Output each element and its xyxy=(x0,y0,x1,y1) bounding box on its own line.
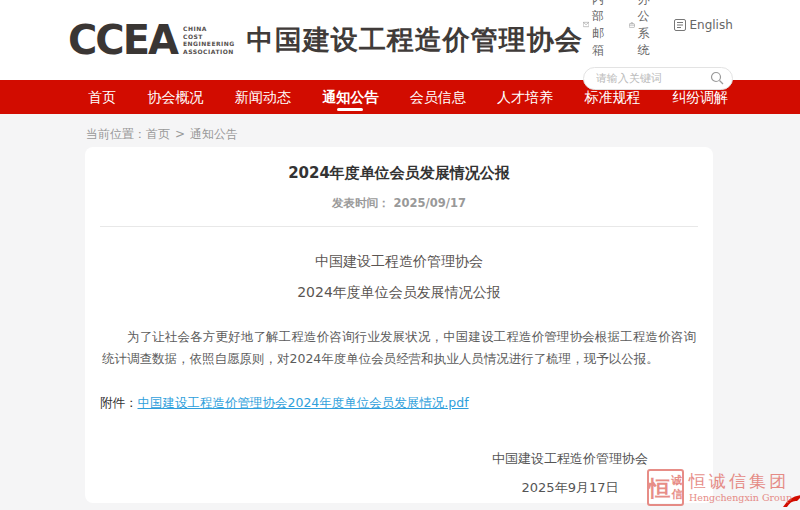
main-nav: 首页 协会概况 新闻动态 通知公告 会员信息 人才培养 标准规程 纠纷调解 xyxy=(0,80,800,114)
article-body-org: 中国建设工程造价管理协会 xyxy=(100,253,698,271)
attachment-label: 附件： xyxy=(100,395,138,410)
logo-sub-line: ASSOCIATION xyxy=(183,48,235,56)
divider xyxy=(100,226,698,227)
publish-date: 发表时间： 2025/09/17 xyxy=(100,196,698,211)
watermark-name: 恒诚信集团 xyxy=(689,472,792,491)
link-office-system[interactable]: 办公系统 xyxy=(629,0,659,59)
site-header: CCEA CHINA COST ENGINEERING ASSOCIATION … xyxy=(0,0,800,80)
logo-acronym: CCEA xyxy=(68,20,177,60)
logo-sub-line: ENGINEERING xyxy=(183,40,235,48)
attachment-row: 附件：中国建设工程造价管理协会2024年度单位会员发展情况.pdf xyxy=(100,395,698,412)
logo-subtext: CHINA COST ENGINEERING ASSOCIATION xyxy=(183,25,235,55)
logo-sub-line: CHINA xyxy=(183,25,235,33)
site-logo[interactable]: CCEA CHINA COST ENGINEERING ASSOCIATION … xyxy=(68,20,583,60)
attachment-pdf-link[interactable]: 中国建设工程造价管理协会2024年度单位会员发展情况.pdf xyxy=(138,395,469,410)
nav-item-standards[interactable]: 标准规程 xyxy=(585,80,641,114)
nav-item-mediation[interactable]: 纠纷调解 xyxy=(672,80,728,114)
breadcrumb: 当前位置：首页>通知公告 xyxy=(0,114,800,147)
utility-link-label: 办公系统 xyxy=(638,0,659,59)
nav-item-training[interactable]: 人才培养 xyxy=(497,80,553,114)
breadcrumb-separator: > xyxy=(175,127,185,141)
nav-item-home[interactable]: 首页 xyxy=(88,80,116,114)
watermark-text: 恒诚信集团 Hengchengxin Group xyxy=(689,472,792,503)
logo-sub-line: COST xyxy=(183,33,235,41)
org-name: 中国建设工程造价管理协会 xyxy=(247,22,583,58)
seal-char: 诚 xyxy=(672,474,683,487)
signature-date: 2025年9月17日 xyxy=(492,479,648,497)
nav-item-notices[interactable]: 通知公告 xyxy=(322,80,378,114)
nav-item-about[interactable]: 协会概况 xyxy=(147,80,203,114)
nav-item-members[interactable]: 会员信息 xyxy=(410,80,466,114)
utility-link-label: 内部邮箱 xyxy=(592,0,613,59)
breadcrumb-current: 通知公告 xyxy=(190,127,238,141)
article-body-title: 2024年度单位会员发展情况公报 xyxy=(100,284,698,302)
seal-char: 恒 xyxy=(649,477,671,499)
seal-char: 信 xyxy=(672,488,683,501)
header-right: 内部邮箱 办公系统 English xyxy=(583,0,733,90)
signature-name: 中国建设工程造价管理协会 xyxy=(492,450,648,468)
breadcrumb-label: 当前位置： xyxy=(86,127,146,141)
signature-block: 中国建设工程造价管理协会 2025年9月17日 xyxy=(100,450,698,497)
utility-links: 内部邮箱 办公系统 English xyxy=(583,0,733,59)
watermark-name-en: Hengchengxin Group xyxy=(689,492,792,503)
article-card: 2024年度单位会员发展情况公报 发表时间： 2025/09/17 中国建设工程… xyxy=(85,147,713,503)
breadcrumb-home-link[interactable]: 首页 xyxy=(146,127,170,141)
article-title: 2024年度单位会员发展情况公报 xyxy=(100,164,698,183)
watermark: 恒 诚 信 恒诚信集团 Hengchengxin Group xyxy=(647,469,792,506)
nav-item-news[interactable]: 新闻动态 xyxy=(235,80,291,114)
hengchengxin-seal-icon: 恒 诚 信 xyxy=(647,469,684,506)
book-icon xyxy=(674,19,686,31)
article-paragraph: 为了让社会各方更好地了解工程造价咨询行业发展状况，中国建设工程造价管理协会根据工… xyxy=(100,326,698,370)
utility-link-label: English xyxy=(689,18,732,32)
link-english[interactable]: English xyxy=(674,18,732,32)
link-internal-mail[interactable]: 内部邮箱 xyxy=(583,0,613,59)
mail-icon xyxy=(583,19,589,30)
briefcase-icon xyxy=(629,19,635,31)
